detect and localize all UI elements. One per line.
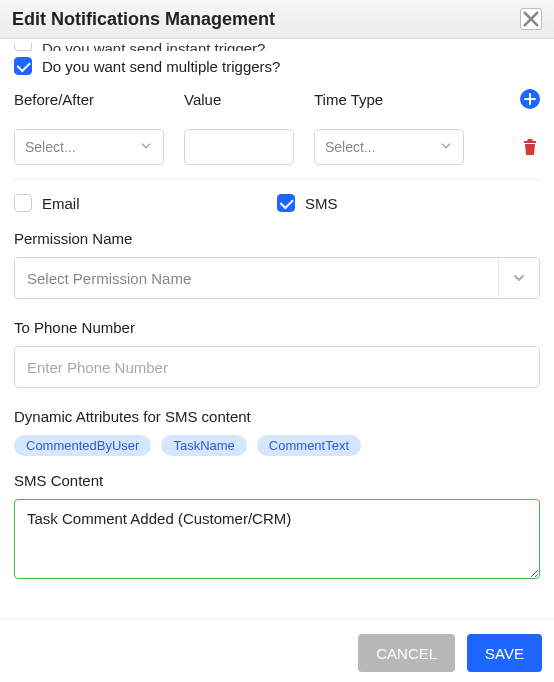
time-type-header: Time Type bbox=[314, 91, 520, 108]
phone-input[interactable] bbox=[14, 346, 540, 388]
plus-icon bbox=[524, 93, 536, 105]
sms-content-textarea[interactable] bbox=[14, 499, 540, 579]
permission-name-select[interactable]: Select Permission Name bbox=[14, 257, 540, 299]
time-type-select[interactable]: Select... bbox=[314, 129, 464, 165]
sms-channel: SMS bbox=[277, 194, 540, 212]
close-icon bbox=[521, 9, 541, 29]
channel-row: Email SMS bbox=[14, 194, 540, 212]
scroll-area[interactable]: Do you want send instant trigger? Do you… bbox=[0, 39, 554, 619]
trash-icon bbox=[522, 138, 538, 156]
email-checkbox[interactable] bbox=[14, 194, 32, 212]
trigger-value-input[interactable] bbox=[184, 129, 294, 165]
instant-trigger-row-partial: Do you want send instant trigger? bbox=[14, 39, 540, 51]
chip-commented-by-user[interactable]: CommentedByUser bbox=[14, 435, 151, 456]
instant-trigger-label-partial: Do you want send instant trigger? bbox=[42, 40, 265, 51]
chevron-down-icon bbox=[498, 258, 527, 298]
trigger-row: Select... Select... bbox=[14, 129, 540, 165]
sms-checkbox[interactable] bbox=[277, 194, 295, 212]
save-button[interactable]: SAVE bbox=[467, 634, 542, 672]
chip-row: CommentedByUser TaskName CommentText bbox=[14, 435, 540, 456]
chip-task-name[interactable]: TaskName bbox=[161, 435, 246, 456]
modal-header: Edit Notifications Management bbox=[0, 0, 554, 39]
delete-trigger-button[interactable] bbox=[520, 137, 540, 157]
before-after-placeholder: Select... bbox=[25, 139, 76, 155]
before-after-header: Before/After bbox=[14, 91, 184, 108]
chip-comment-text[interactable]: CommentText bbox=[257, 435, 361, 456]
value-header: Value bbox=[184, 91, 314, 108]
chevron-down-icon bbox=[439, 139, 453, 156]
trigger-columns-header: Before/After Value Time Type bbox=[14, 89, 540, 109]
dynamic-attrs-label: Dynamic Attributes for SMS content bbox=[14, 408, 540, 425]
phone-label: To Phone Number bbox=[14, 319, 540, 336]
multiple-trigger-label: Do you want send multiple triggers? bbox=[42, 58, 280, 75]
sms-content-label: SMS Content bbox=[14, 472, 540, 489]
close-button[interactable] bbox=[520, 8, 542, 30]
multiple-trigger-checkbox[interactable] bbox=[14, 57, 32, 75]
before-after-select[interactable]: Select... bbox=[14, 129, 164, 165]
modal: Edit Notifications Management Do you wan… bbox=[0, 0, 554, 682]
chevron-down-icon bbox=[139, 139, 153, 156]
permission-name-placeholder: Select Permission Name bbox=[27, 270, 498, 287]
modal-title: Edit Notifications Management bbox=[12, 9, 275, 30]
add-trigger-button[interactable] bbox=[520, 89, 540, 109]
email-channel: Email bbox=[14, 194, 277, 212]
time-type-placeholder: Select... bbox=[325, 139, 376, 155]
email-label: Email bbox=[42, 195, 80, 212]
modal-footer: CANCEL SAVE bbox=[0, 619, 554, 682]
multiple-trigger-row: Do you want send multiple triggers? bbox=[14, 57, 540, 75]
cancel-button[interactable]: CANCEL bbox=[358, 634, 455, 672]
permission-name-label: Permission Name bbox=[14, 230, 540, 247]
sms-label: SMS bbox=[305, 195, 338, 212]
instant-trigger-checkbox-partial[interactable] bbox=[14, 43, 32, 51]
divider bbox=[14, 179, 540, 180]
